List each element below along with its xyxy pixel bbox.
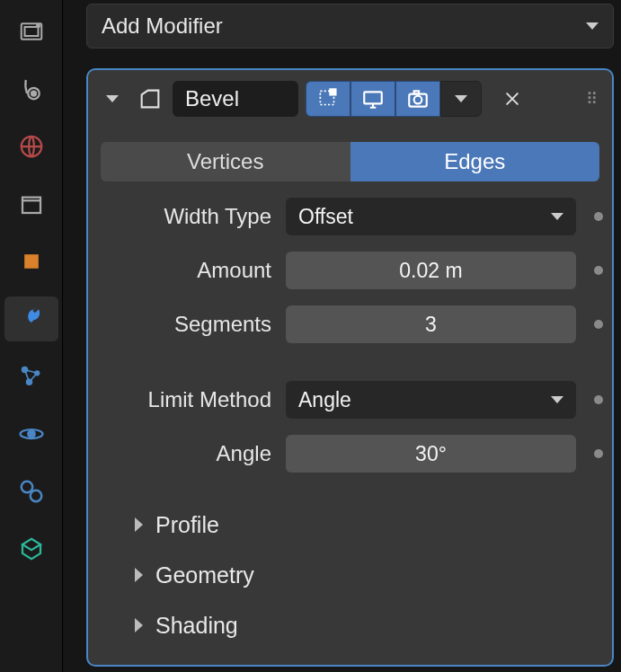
anim-dot-amount[interactable] bbox=[594, 266, 603, 275]
particles-tab[interactable] bbox=[4, 354, 58, 399]
row-width-type: Width Type Offset bbox=[97, 198, 603, 235]
anim-dot-segments[interactable] bbox=[594, 320, 603, 329]
subsection-geometry[interactable]: Geometry bbox=[135, 550, 603, 600]
subsection-profile-label: Profile bbox=[155, 512, 219, 538]
render-tab[interactable] bbox=[4, 9, 58, 54]
world-tab[interactable] bbox=[4, 124, 58, 169]
render-icon bbox=[18, 18, 45, 45]
svg-rect-6 bbox=[22, 200, 40, 213]
panel-collapse-toggle[interactable] bbox=[97, 81, 128, 117]
label-angle: Angle bbox=[97, 441, 286, 466]
row-angle: Angle 30° bbox=[97, 435, 603, 473]
svg-point-11 bbox=[28, 430, 35, 438]
chevron-right-icon bbox=[135, 618, 143, 632]
modifier-icon bbox=[17, 305, 46, 333]
svg-rect-20 bbox=[414, 91, 419, 93]
svg-point-19 bbox=[414, 96, 422, 104]
value-amount: 0.02 m bbox=[399, 259, 462, 283]
constraints-tab[interactable] bbox=[4, 469, 58, 514]
label-limit-method: Limit Method bbox=[97, 387, 286, 412]
label-segments: Segments bbox=[97, 312, 286, 337]
anim-dot-angle[interactable] bbox=[594, 449, 603, 458]
field-angle[interactable]: 30° bbox=[286, 435, 576, 473]
row-amount: Amount 0.02 m bbox=[97, 252, 603, 289]
output-icon bbox=[18, 75, 45, 102]
add-modifier-label: Add Modifier bbox=[102, 13, 223, 39]
modifier-name-text: Bevel bbox=[185, 86, 239, 111]
row-limit-method: Limit Method Angle bbox=[97, 381, 603, 419]
svg-rect-16 bbox=[330, 89, 336, 95]
svg-point-2 bbox=[37, 24, 40, 27]
drag-handle[interactable]: ⠿ bbox=[586, 89, 603, 109]
close-icon bbox=[503, 90, 521, 108]
subsection-list: Profile Geometry Shading bbox=[97, 500, 603, 650]
output-tab[interactable] bbox=[4, 66, 58, 111]
subsection-profile[interactable]: Profile bbox=[135, 500, 603, 550]
anim-dot-limit-method[interactable] bbox=[594, 395, 603, 404]
svg-point-4 bbox=[31, 92, 36, 96]
row-segments: Segments 3 bbox=[97, 305, 603, 343]
chevron-down-icon bbox=[106, 95, 119, 102]
show-in-editmode-toggle[interactable] bbox=[306, 81, 350, 117]
field-amount[interactable]: 0.02 m bbox=[286, 252, 576, 289]
monitor-icon bbox=[361, 87, 385, 111]
field-limit-method[interactable]: Angle bbox=[286, 381, 576, 419]
subsection-geometry-label: Geometry bbox=[155, 562, 254, 588]
world-icon bbox=[18, 133, 45, 160]
label-amount: Amount bbox=[97, 258, 286, 283]
collection-tab[interactable] bbox=[4, 181, 58, 226]
particles-icon bbox=[18, 363, 45, 390]
svg-rect-17 bbox=[364, 92, 382, 103]
physics-tab[interactable] bbox=[4, 411, 58, 456]
svg-rect-7 bbox=[25, 255, 38, 268]
modifier-tab[interactable] bbox=[4, 296, 58, 341]
editmode-icon bbox=[316, 87, 340, 111]
display-toggle-group bbox=[306, 81, 482, 117]
object-icon bbox=[19, 249, 44, 274]
tab-edges-label: Edges bbox=[444, 149, 505, 174]
tab-vertices-label: Vertices bbox=[187, 149, 263, 174]
chevron-right-icon bbox=[135, 568, 143, 582]
object-tab[interactable] bbox=[4, 239, 58, 284]
properties-content: Add Modifier Bevel bbox=[63, 0, 621, 672]
modifier-panel-header: Bevel bbox=[97, 77, 603, 120]
subsection-shading[interactable]: Shading bbox=[135, 600, 603, 650]
svg-point-14 bbox=[30, 491, 41, 502]
svg-point-13 bbox=[21, 482, 32, 493]
chevron-down-icon bbox=[586, 22, 599, 30]
chevron-down-icon bbox=[551, 213, 563, 220]
camera-icon bbox=[406, 87, 430, 111]
data-icon bbox=[18, 535, 45, 562]
bevel-modifier-panel: Bevel bbox=[86, 68, 614, 667]
chevron-down-icon bbox=[455, 95, 467, 102]
svg-rect-1 bbox=[24, 27, 38, 36]
field-segments[interactable]: 3 bbox=[286, 305, 576, 343]
bevel-affect-tabs: Vertices Edges bbox=[101, 142, 599, 181]
chevron-right-icon bbox=[135, 517, 143, 532]
show-in-render-toggle[interactable] bbox=[395, 81, 440, 117]
subsection-shading-label: Shading bbox=[155, 613, 238, 639]
value-segments: 3 bbox=[425, 313, 437, 337]
delete-modifier-button[interactable] bbox=[494, 81, 530, 117]
physics-icon bbox=[18, 420, 45, 447]
value-angle: 30° bbox=[415, 442, 447, 466]
tab-vertices[interactable]: Vertices bbox=[101, 142, 350, 181]
field-width-type[interactable]: Offset bbox=[286, 198, 576, 235]
label-width-type: Width Type bbox=[97, 204, 286, 229]
chevron-down-icon bbox=[551, 396, 563, 403]
modifier-name-field[interactable]: Bevel bbox=[173, 81, 298, 117]
constraints-icon bbox=[18, 478, 45, 505]
anim-dot-width-type[interactable] bbox=[594, 212, 603, 221]
bevel-icon bbox=[135, 81, 165, 117]
add-modifier-dropdown[interactable]: Add Modifier bbox=[86, 4, 614, 49]
value-limit-method: Angle bbox=[298, 388, 351, 412]
modifier-extras-dropdown[interactable] bbox=[440, 81, 482, 117]
data-tab[interactable] bbox=[4, 526, 58, 571]
properties-tab-rail bbox=[0, 0, 63, 672]
collection-icon bbox=[18, 190, 45, 217]
show-in-viewport-toggle[interactable] bbox=[350, 81, 395, 117]
value-width-type: Offset bbox=[298, 205, 353, 229]
tab-edges[interactable]: Edges bbox=[350, 142, 600, 181]
